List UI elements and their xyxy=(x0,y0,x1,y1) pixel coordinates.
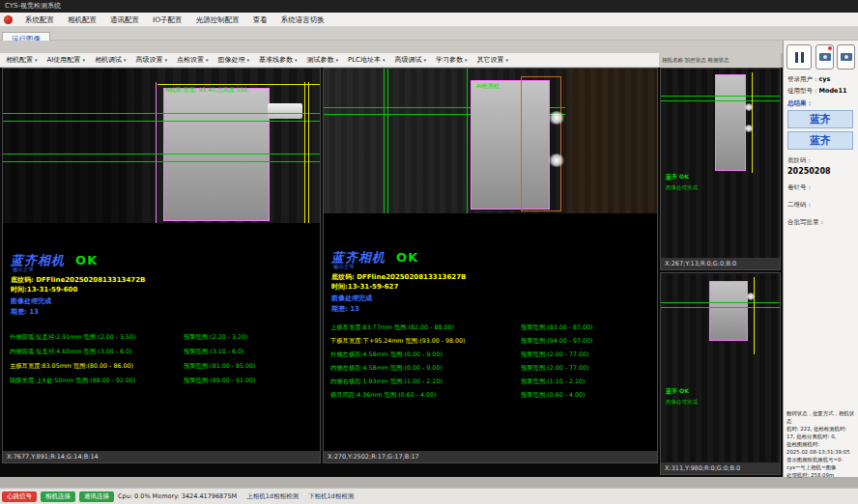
app-window: CYS-视觉检测系统 系统配置 相机配置 通讯配置 IO子配置 光源控制配置 查… xyxy=(0,0,858,504)
electrode-sheet-region xyxy=(163,88,270,221)
tool-other-settings[interactable]: 其它设置▾ xyxy=(472,53,513,68)
info-line: 显示图频联机频机号=0- xyxy=(786,456,856,463)
camera-view-right[interactable]: AI检测框 xyxy=(324,69,657,213)
tool-advanced-settings[interactable]: 高级设置▾ xyxy=(129,53,171,68)
electrode-sheet-region xyxy=(715,74,746,171)
tool-ai-config[interactable]: AI使用配置▾ xyxy=(42,53,89,68)
measurement-text: 隔膜宽度:上X处:50mm 范围:(88.00 - 92.00) xyxy=(10,377,184,385)
overlay-vline xyxy=(754,277,755,354)
result-ok-text: OK xyxy=(396,250,418,265)
measurement-warn: 预警范围:(2.00 - 77.00) xyxy=(521,350,654,359)
menu-item-io-config[interactable]: IO子配置 xyxy=(146,13,189,27)
overlay-vline xyxy=(308,82,309,223)
chevron-down-icon: ▾ xyxy=(164,57,167,63)
camera-panel-right: AI检测框 蓝齐相机 OK 输出正常 底纹码: DFFline202502081… xyxy=(323,68,658,463)
reflection-spot xyxy=(548,154,565,167)
measurement-row: 外侧左极距:4.58mm 范围:(0.00 - 9.00) 预警范围:(2.00… xyxy=(330,350,654,359)
overlay-hline xyxy=(661,302,780,303)
measurement-warn: 预警范围:(81.00 - 85.00) xyxy=(184,362,317,371)
small-panels-header: 相机名称 拍照状态 检测状态 xyxy=(659,53,781,68)
reflection-spot xyxy=(548,111,565,125)
ai-overlay-label: AI检测框 xyxy=(476,82,500,91)
pixel-coords-readout: X:7677,Y:891;R:14;G:14;B:14 xyxy=(3,451,320,462)
menu-item-language[interactable]: 系统语言切换 xyxy=(274,13,331,27)
chevron-down-icon: ▾ xyxy=(246,57,249,63)
tool-camera-debug[interactable]: 相机调试▾ xyxy=(89,53,130,68)
overlay-hline xyxy=(3,154,320,154)
right-sidebar: 登录用户：cys 使用型号：Mode11 总结果： 蓝齐 蓝齐 底纹码： 202… xyxy=(783,41,858,477)
camera-link-badge: 相机连接 xyxy=(41,491,75,502)
menu-bar: 系统配置 相机配置 通讯配置 IO子配置 光源控制配置 查看 系统语言切换 xyxy=(0,13,858,27)
batch-label: 合批写批量： xyxy=(787,218,825,227)
chevron-down-icon: ▾ xyxy=(465,57,468,63)
connector-part xyxy=(268,103,302,119)
menu-item-comm-config[interactable]: 通讯配置 xyxy=(103,13,146,27)
measurement-text: 内侧左极距:4.58mm 范围:(0.00 - 9.00) xyxy=(330,364,521,373)
chevron-down-icon: ▾ xyxy=(506,57,509,63)
camera-view-small-top[interactable]: 蓝齐 OK 图像处理完成 xyxy=(661,69,780,259)
menu-item-system-config[interactable]: 系统配置 xyxy=(18,13,61,27)
chevron-down-icon: ▾ xyxy=(335,57,338,63)
tool-spot-check[interactable]: 点检设置▾ xyxy=(171,53,213,68)
model-label: 使用型号： xyxy=(787,87,819,95)
measurement-row: 极耳间距:4.36mm 范围:(0.60 - 4.00) 预警范围:(0.60 … xyxy=(330,391,654,400)
tool-image-process[interactable]: 图像处理▾ xyxy=(212,53,253,68)
code-value: 20250208 xyxy=(787,167,831,176)
comm-link-badge: 通讯连接 xyxy=(79,491,114,502)
overlay-hline xyxy=(3,161,320,162)
tool-advanced-debug[interactable]: 高级调试▾ xyxy=(389,53,431,68)
overlay-hline xyxy=(3,121,320,122)
info-line: 机时: 222, 批检检测机时: xyxy=(786,425,856,433)
toolbar: 相机配置▾ AI使用配置▾ 相机调试▾ 高级设置▾ 点检设置▾ 图像处理▾ 基准… xyxy=(0,53,659,68)
measurement-row: 外侧圆弧:短直径:2.91mm 范围:(2.00 - 3.50) 预警范围:(2… xyxy=(10,333,317,342)
overlay-vline xyxy=(304,82,305,223)
overlay-hline xyxy=(661,100,780,101)
measurement-row: 内侧左极距:4.58mm 范围:(0.00 - 9.00) 预警范围:(2.00… xyxy=(330,364,654,373)
info-line: cys一号上相机=图像 xyxy=(786,463,856,471)
lower-camera-status-text: 下相机1d相检测 xyxy=(308,492,354,501)
status-bar: 心跳信号 相机连接 通讯连接 Cpu: 0.0% Memory: 3424.41… xyxy=(0,488,858,504)
model-row: 使用型号：Mode11 xyxy=(787,87,847,96)
pixel-coords-readout: X:311,Y:980;R:0;G:0;B:0 xyxy=(661,462,780,474)
overlay-hline xyxy=(661,307,780,308)
tool-camera-config[interactable]: 相机配置▾ xyxy=(0,53,42,68)
cpu-memory-text: Cpu: 0.0% Memory: 3424.41796875M xyxy=(118,492,237,500)
chevron-down-icon: ▾ xyxy=(206,57,209,63)
tool-learning-params[interactable]: 学习参数▾ xyxy=(430,53,472,68)
camera-view-small-bottom[interactable]: 蓝齐 OK 图像处理完成 xyxy=(661,273,780,463)
measurement-text: 外侧左极距:4.58mm 范围:(0.00 - 9.00) xyxy=(330,350,521,359)
measurement-warn: 预警范围:(1.10 - 2.10) xyxy=(521,378,654,386)
pause-button[interactable] xyxy=(786,44,812,70)
total-result-label: 总结果： xyxy=(787,99,813,108)
spool-label: 卷针号： xyxy=(787,183,813,192)
menu-item-view[interactable]: 查看 xyxy=(246,13,274,27)
tool-baseline-params[interactable]: 基准线参数▾ xyxy=(253,53,301,68)
login-user-value: cys xyxy=(819,75,831,83)
chevron-down-icon: ▾ xyxy=(424,57,427,63)
camera-snapshot-button[interactable] xyxy=(815,44,834,70)
camera-name-text: 蓝齐相机 xyxy=(11,253,65,267)
barcode-text: 底纹码: DFFline2025020813313627B xyxy=(331,272,466,282)
menu-item-camera-config[interactable]: 相机配置 xyxy=(61,13,103,27)
overlay-vline xyxy=(467,69,468,213)
camera-record-button[interactable] xyxy=(837,44,855,70)
tool-test-params[interactable]: 测试参数▾ xyxy=(300,53,342,68)
reflection-spot xyxy=(744,103,754,111)
tab-bar: 运行图像 xyxy=(0,27,858,41)
chevron-down-icon: ▾ xyxy=(35,57,38,63)
measurement-row: 内侧右极距:1.93mm 范围:(1.00 - 2.20) 预警范围:(1.10… xyxy=(330,378,654,386)
reflection-spot xyxy=(744,125,754,132)
measurement-row: 上极耳宽度:83.77mm 范围:(82.00 - 88.00) 预警范围:(8… xyxy=(330,323,654,332)
process-status-text: 图像处理完成 xyxy=(331,294,372,303)
app-logo-icon xyxy=(4,15,13,24)
alert-dot-icon xyxy=(828,46,832,50)
small-result-text: 蓝齐 OK xyxy=(666,173,689,182)
tool-plc-address[interactable]: PLC地址本▾ xyxy=(342,53,389,68)
camera-view-left[interactable]: N轮廓:宽度: 93.40:总高度:150. xyxy=(3,69,320,223)
camera-panels-area: N轮廓:宽度: 93.40:总高度:150. 蓝齐相机 OK 输出正常 底纹码:… xyxy=(0,68,783,477)
menu-item-light-config[interactable]: 光源控制配置 xyxy=(189,13,246,27)
measurement-warn: 预警范围:(83.00 - 87.00) xyxy=(521,323,654,332)
barcode-text: 底纹码: DFFline2025020813313472B xyxy=(11,275,145,285)
small-status-text: 图像处理完成 xyxy=(666,184,698,191)
window-title: CYS-视觉检测系统 xyxy=(5,2,61,10)
